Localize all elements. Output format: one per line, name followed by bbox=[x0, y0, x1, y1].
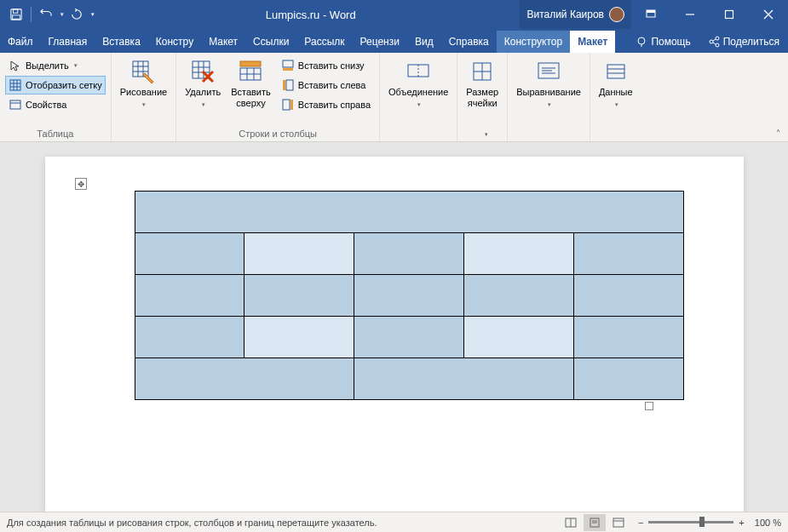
insert-below-button[interactable]: Вставить снизу bbox=[278, 56, 374, 75]
delete-table-icon bbox=[189, 58, 216, 85]
table-cell[interactable] bbox=[354, 317, 464, 358]
tab-help[interactable]: Справка bbox=[441, 31, 497, 53]
table-cell[interactable] bbox=[463, 233, 573, 275]
grid-icon bbox=[9, 78, 22, 92]
ribbon-options-button[interactable] bbox=[631, 0, 670, 29]
table-cell[interactable] bbox=[463, 317, 573, 358]
insert-right-button[interactable]: Вставить справа bbox=[278, 95, 374, 114]
group-label-table: Таблица bbox=[3, 127, 107, 141]
svg-rect-36 bbox=[286, 80, 293, 90]
table-cell[interactable] bbox=[573, 358, 683, 400]
read-mode-button[interactable] bbox=[560, 514, 582, 531]
ribbon-tabs: Файл Главная Вставка Констру Макет Ссылк… bbox=[0, 29, 788, 53]
insert-col-left-icon bbox=[281, 78, 295, 92]
share-button[interactable]: Поделиться bbox=[699, 31, 788, 53]
ribbon-group-table: Выделить▾ Отобразить сетку Свойства Табл… bbox=[0, 53, 112, 141]
tab-file[interactable]: Файл bbox=[0, 31, 41, 53]
alignment-button[interactable]: Выравнивание▾ bbox=[511, 54, 586, 112]
zoom-in-button[interactable]: + bbox=[739, 518, 744, 528]
tab-review[interactable]: Рецензи bbox=[353, 31, 407, 53]
redo-button[interactable] bbox=[67, 5, 86, 24]
minimize-button[interactable] bbox=[670, 0, 710, 29]
table-cell[interactable] bbox=[573, 317, 683, 358]
tab-mailings[interactable]: Рассылк bbox=[296, 31, 352, 53]
tab-insert[interactable]: Вставка bbox=[95, 31, 148, 53]
svg-point-7 bbox=[638, 37, 645, 44]
save-button[interactable] bbox=[7, 5, 26, 24]
draw-table-button[interactable]: Рисование▾ bbox=[115, 54, 172, 112]
ribbon-group-alignment: Выравнивание▾ bbox=[508, 53, 590, 141]
tab-references[interactable]: Ссылки bbox=[245, 31, 296, 53]
insert-above-button[interactable]: Вставить сверху bbox=[226, 54, 276, 111]
svg-rect-1 bbox=[14, 9, 18, 13]
table-cell[interactable] bbox=[573, 233, 683, 275]
table-resize-handle[interactable] bbox=[645, 402, 653, 410]
print-layout-button[interactable] bbox=[584, 514, 606, 531]
cursor-icon bbox=[9, 59, 22, 72]
group-label-rows-cols: Строки и столбцы bbox=[180, 127, 376, 141]
select-button[interactable]: Выделить▾ bbox=[5, 56, 106, 75]
svg-rect-30 bbox=[240, 61, 261, 66]
insert-row-above-icon bbox=[237, 58, 264, 85]
view-gridlines-button[interactable]: Отобразить сетку bbox=[5, 76, 106, 94]
table-cell[interactable] bbox=[135, 192, 683, 233]
table-cell[interactable] bbox=[135, 317, 244, 358]
svg-rect-17 bbox=[10, 100, 20, 109]
cell-size-button[interactable]: Размер ячейки bbox=[461, 54, 503, 111]
maximize-button[interactable] bbox=[710, 0, 749, 29]
table-cell[interactable] bbox=[244, 233, 354, 275]
merge-cells-icon bbox=[405, 58, 432, 85]
data-icon bbox=[602, 58, 630, 85]
insert-left-button[interactable]: Вставить слева bbox=[278, 76, 374, 94]
table-move-handle[interactable]: ✥ bbox=[75, 178, 87, 190]
svg-rect-37 bbox=[283, 80, 285, 90]
window-controls bbox=[631, 0, 788, 29]
close-button[interactable] bbox=[749, 0, 788, 29]
document-area: ✥ bbox=[0, 142, 788, 512]
share-icon bbox=[708, 36, 720, 48]
table-cell[interactable] bbox=[244, 317, 354, 358]
table-cell[interactable] bbox=[135, 275, 244, 317]
undo-button[interactable] bbox=[37, 5, 55, 24]
table-cell[interactable] bbox=[244, 275, 354, 317]
ribbon-group-cell-size: Размер ячейки ▾ bbox=[457, 53, 508, 141]
table-cell[interactable] bbox=[135, 358, 354, 400]
data-button[interactable]: Данные▾ bbox=[594, 54, 638, 112]
svg-rect-35 bbox=[283, 68, 293, 71]
tab-table-layout[interactable]: Макет bbox=[570, 31, 615, 53]
delete-button[interactable]: Удалить▾ bbox=[180, 54, 226, 112]
tab-design[interactable]: Констру bbox=[148, 31, 201, 53]
tell-me-button[interactable]: Помощь bbox=[627, 31, 699, 53]
ribbon-group-merge: Объединение▾ bbox=[380, 53, 457, 141]
document-table[interactable] bbox=[135, 191, 684, 400]
tab-home[interactable]: Главная bbox=[41, 31, 95, 53]
svg-point-11 bbox=[716, 43, 719, 47]
undo-dropdown-icon[interactable]: ▾ bbox=[60, 11, 64, 18]
view-mode-buttons bbox=[560, 514, 630, 531]
table-cell[interactable] bbox=[573, 275, 683, 317]
merge-button[interactable]: Объединение▾ bbox=[383, 54, 453, 112]
svg-point-9 bbox=[710, 40, 713, 43]
properties-button[interactable]: Свойства bbox=[5, 95, 106, 114]
tab-layout[interactable]: Макет bbox=[201, 31, 245, 53]
user-avatar-icon bbox=[609, 7, 624, 22]
collapse-ribbon-button[interactable]: ˄ bbox=[771, 126, 785, 140]
web-layout-button[interactable] bbox=[607, 514, 630, 531]
table-cell[interactable] bbox=[354, 233, 464, 275]
svg-rect-4 bbox=[647, 10, 655, 13]
table-cell[interactable] bbox=[354, 275, 464, 317]
user-account[interactable]: Виталий Каиров bbox=[520, 0, 631, 29]
status-bar: Для создания таблицы и рисования строк, … bbox=[0, 512, 788, 532]
qat-customize-icon[interactable]: ▾ bbox=[91, 11, 95, 18]
svg-rect-49 bbox=[607, 65, 624, 78]
table-cell[interactable] bbox=[135, 233, 244, 275]
tab-table-design[interactable]: Конструктор bbox=[497, 31, 570, 53]
table-cell[interactable] bbox=[354, 358, 574, 400]
page[interactable]: ✥ bbox=[45, 157, 744, 512]
svg-rect-39 bbox=[290, 100, 293, 110]
table-cell[interactable] bbox=[463, 275, 573, 317]
tab-view[interactable]: Вид bbox=[407, 31, 441, 53]
zoom-slider[interactable] bbox=[648, 521, 733, 523]
zoom-out-button[interactable]: − bbox=[638, 518, 643, 528]
zoom-level[interactable]: 100 % bbox=[755, 518, 781, 528]
